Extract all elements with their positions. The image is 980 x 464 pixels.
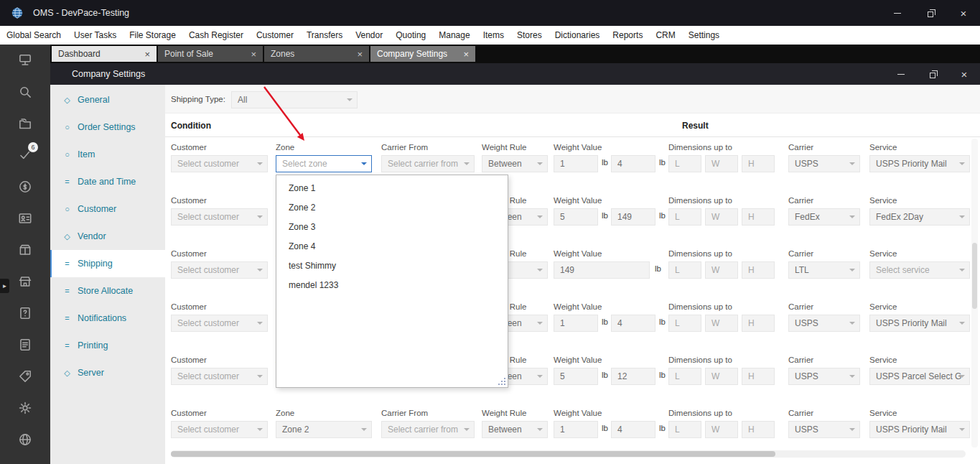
contact-card-icon[interactable]	[0, 203, 50, 234]
folders-icon[interactable]	[0, 108, 50, 139]
weight-to-input[interactable]: 4	[611, 315, 655, 332]
menu-file-storage[interactable]: File Storage	[123, 26, 182, 45]
zone-option-zone-4[interactable]: Zone 4	[276, 237, 508, 256]
carrier-select[interactable]: FedEx	[788, 208, 860, 226]
dimension-h-input[interactable]: H	[742, 155, 775, 172]
zone-option-zone-1[interactable]: Zone 1	[276, 179, 508, 198]
finance-icon[interactable]	[0, 171, 50, 203]
weight-rule-select[interactable]: Between	[482, 421, 548, 438]
tab-point-of-sale[interactable]: Point of Sale×	[158, 46, 263, 62]
service-select[interactable]: USPS Priority Mail	[869, 421, 970, 438]
weight-from-input[interactable]: 5	[554, 368, 598, 385]
dimension-h-input[interactable]: H	[742, 368, 775, 385]
menu-settings[interactable]: Settings	[682, 26, 726, 45]
dimension-w-input[interactable]: W	[705, 155, 738, 172]
dimension-l-input[interactable]: L	[668, 421, 701, 438]
customer-select[interactable]: Select customer	[171, 315, 268, 332]
weight-from-input[interactable]: 1	[554, 315, 598, 332]
weight-from-input[interactable]: 1	[554, 155, 598, 172]
service-select[interactable]: USPS Priority Mail	[869, 155, 970, 172]
dimension-l-input[interactable]: L	[668, 155, 701, 172]
menu-manage[interactable]: Manage	[432, 26, 476, 45]
horizontal-scrollbar[interactable]	[171, 450, 966, 458]
nav-item-shipping[interactable]: =Shipping	[50, 250, 165, 277]
menu-transfers[interactable]: Transfers	[300, 26, 349, 45]
minimize-button[interactable]	[881, 0, 914, 26]
zone-option-mendel-1233[interactable]: mendel 1233	[276, 276, 508, 295]
carrier-select[interactable]: USPS	[788, 155, 860, 172]
nav-item-general[interactable]: ◇General	[50, 86, 165, 113]
menu-cash-register[interactable]: Cash Register	[182, 26, 250, 45]
customer-select[interactable]: Select customer	[171, 155, 268, 172]
carrier-from-select[interactable]: Select carrier from	[381, 155, 475, 172]
menu-stores[interactable]: Stores	[510, 26, 549, 45]
nav-item-order-settings[interactable]: ○Order Settings	[50, 113, 165, 141]
menu-crm[interactable]: CRM	[649, 26, 681, 45]
inner-close-button[interactable]: ×	[948, 63, 980, 85]
carrier-select[interactable]: USPS	[788, 315, 860, 332]
resize-grip[interactable]	[504, 384, 505, 385]
clipboard-icon[interactable]	[0, 329, 50, 361]
weight-rule-select[interactable]: Between	[482, 155, 548, 172]
dimension-l-input[interactable]: L	[668, 368, 701, 385]
panel-expand-handle[interactable]: ►	[0, 279, 9, 293]
tab-close-icon[interactable]: ×	[357, 50, 363, 59]
tab-company-settings[interactable]: Company Settings×	[370, 46, 475, 62]
zone-select[interactable]: Select zone	[276, 155, 372, 172]
inner-minimize-button[interactable]	[885, 63, 917, 85]
nav-item-vendor[interactable]: ◇Vendor	[50, 223, 165, 250]
nav-item-server[interactable]: ◇Server	[50, 359, 165, 386]
weight-from-input[interactable]: 1	[554, 421, 598, 438]
shipping-type-select[interactable]: All	[231, 91, 358, 108]
zone-select[interactable]: Zone 2	[276, 421, 372, 438]
tag-icon[interactable]	[0, 361, 50, 392]
inner-restore-button[interactable]	[917, 63, 948, 85]
dimension-l-input[interactable]: L	[668, 261, 701, 279]
dimension-w-input[interactable]: W	[705, 208, 738, 226]
pos-terminal-icon[interactable]	[0, 45, 50, 76]
menu-reports[interactable]: Reports	[606, 26, 649, 45]
customer-select[interactable]: Select customer	[171, 208, 268, 226]
dimension-w-input[interactable]: W	[705, 315, 738, 332]
globe-icon[interactable]	[0, 424, 50, 455]
carrier-select[interactable]: USPS	[788, 368, 860, 385]
customer-select[interactable]: Select customer	[171, 261, 268, 279]
nav-item-store-allocate[interactable]: =Store Allocate	[50, 277, 165, 305]
nav-item-customer[interactable]: ○Customer	[50, 195, 165, 223]
dimension-w-input[interactable]: W	[705, 368, 738, 385]
menu-user-tasks[interactable]: User Tasks	[67, 26, 123, 45]
help-clipboard-icon[interactable]	[0, 297, 50, 329]
service-select[interactable]: USPS Priority Mail	[869, 315, 970, 332]
menu-dictionaries[interactable]: Dictionaries	[549, 26, 607, 45]
dimension-h-input[interactable]: H	[742, 421, 775, 438]
weight-to-input[interactable]: 12	[611, 368, 655, 385]
service-select[interactable]: FedEx 2Day	[869, 208, 970, 226]
tab-close-icon[interactable]: ×	[463, 50, 469, 59]
tab-dashboard[interactable]: Dashboard×	[52, 46, 157, 62]
nav-item-printing[interactable]: =Printing	[50, 332, 165, 359]
menu-quoting[interactable]: Quoting	[389, 26, 432, 45]
customer-select[interactable]: Select customer	[171, 368, 268, 385]
tab-close-icon[interactable]: ×	[144, 50, 150, 59]
tasks-icon[interactable]: 6	[0, 139, 50, 171]
menu-global-search[interactable]: Global Search	[0, 26, 67, 45]
nav-item-item[interactable]: ○Item	[50, 141, 165, 168]
dimension-l-input[interactable]: L	[668, 208, 701, 226]
zone-option-zone-3[interactable]: Zone 3	[276, 218, 508, 237]
horizontal-scrollbar-thumb[interactable]	[171, 451, 775, 457]
weight-to-input[interactable]: 4	[611, 155, 655, 172]
menu-vendor[interactable]: Vendor	[349, 26, 389, 45]
tab-zones[interactable]: Zones×	[264, 46, 369, 62]
vertical-scrollbar[interactable]	[971, 139, 978, 447]
nav-item-date-and-time[interactable]: =Date and Time	[50, 168, 165, 195]
zone-option-test-shimmy[interactable]: test Shimmy	[276, 256, 508, 276]
close-button[interactable]: ×	[947, 0, 980, 26]
customer-select[interactable]: Select customer	[171, 421, 268, 438]
carrier-select[interactable]: USPS	[788, 421, 860, 438]
zone-option-zone-2[interactable]: Zone 2	[276, 198, 508, 218]
dimension-w-input[interactable]: W	[705, 261, 738, 279]
menu-customer[interactable]: Customer	[250, 26, 300, 45]
service-select[interactable]: Select service	[869, 261, 970, 279]
weight-from-input[interactable]: 5	[554, 208, 598, 226]
vertical-scrollbar-thumb[interactable]	[972, 243, 977, 309]
